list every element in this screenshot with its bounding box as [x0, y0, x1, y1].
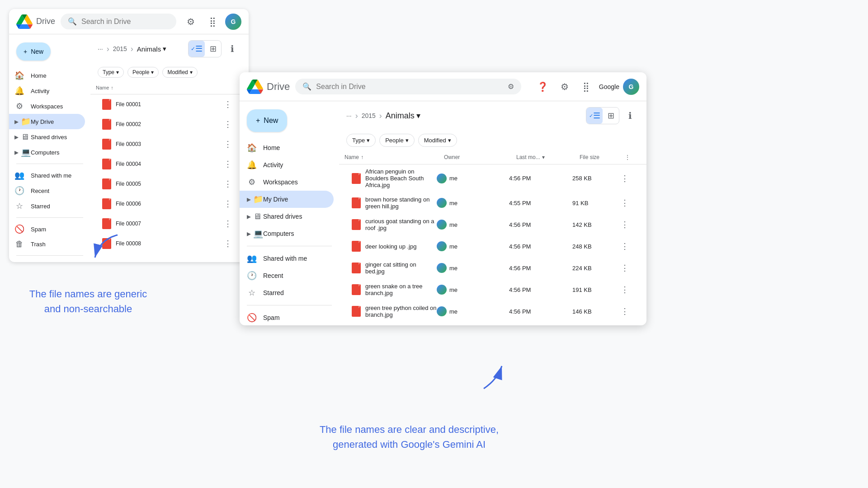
right-grid-view-btn[interactable]: ⊞: [603, 108, 619, 124]
table-row[interactable]: File 00004 ⋮: [98, 154, 241, 174]
owner-avatar: [437, 285, 447, 295]
left-sidebar-storage[interactable]: ☁ Storage: [9, 259, 85, 262]
file-more-btn[interactable]: ⋮: [221, 117, 235, 131]
left-sidebar-starred[interactable]: ☆ Starred: [9, 198, 85, 214]
right-search-filter-icon[interactable]: ⚙: [508, 82, 514, 91]
left-bc-folder[interactable]: Animals ▾: [137, 45, 166, 53]
left-new-button[interactable]: + New: [16, 42, 51, 61]
table-row[interactable]: File 00005 ⋮: [98, 174, 241, 194]
left-search-input[interactable]: [81, 18, 169, 26]
right-new-label: New: [264, 117, 278, 125]
right-people-filter[interactable]: People ▾: [379, 134, 414, 147]
right-col-modified[interactable]: Last mo... ▾: [516, 154, 580, 160]
file-more-btn[interactable]: ⋮: [221, 97, 235, 112]
table-row[interactable]: curious goat standing on a roof .jpg me …: [346, 214, 639, 235]
right-bc-parent[interactable]: 2015: [362, 112, 376, 119]
left-type-filter[interactable]: Type ▾: [98, 67, 124, 78]
right-sidebar-spam[interactable]: 🚫 Spam: [240, 309, 334, 325]
table-row[interactable]: File 00006 ⋮: [98, 194, 241, 214]
left-people-filter[interactable]: People ▾: [127, 67, 159, 78]
file-more-btn[interactable]: ⋮: [221, 236, 235, 251]
right-bc-folder[interactable]: Animals ▾: [386, 111, 420, 121]
right-settings-icon[interactable]: ⚙: [556, 78, 574, 96]
drive-logo-right: [247, 79, 263, 95]
left-sidebar-trash[interactable]: 🗑 Trash: [9, 237, 85, 252]
file-more-btn[interactable]: ⋮: [618, 282, 632, 297]
table-row[interactable]: File 00001 ⋮: [98, 94, 241, 114]
left-sidebar-mydrive[interactable]: ▸ 📁 My Drive: [9, 114, 85, 129]
table-row[interactable]: brown horse standing on green hill.jpg m…: [346, 192, 639, 214]
right-activity-label: Activity: [263, 161, 283, 169]
left-sidebar-shareddrives[interactable]: ▸ 🖥 Shared drives: [9, 129, 85, 145]
right-sidebar-computers[interactable]: ▸ 💻 Computers: [240, 225, 334, 242]
right-apps-icon[interactable]: ⣿: [577, 78, 595, 96]
right-new-button[interactable]: + New: [247, 109, 287, 132]
right-sidebar-home[interactable]: 🏠 Home: [240, 139, 334, 156]
right-avatar[interactable]: G: [623, 79, 639, 95]
left-sidebar-computers[interactable]: ▸ 💻 Computers: [9, 145, 85, 160]
table-row[interactable]: ginger cat sitting on bed.jpg me 4:56 PM…: [346, 257, 639, 279]
shareddrives-icon-left: ▸ 🖥: [14, 132, 24, 142]
left-modified-filter[interactable]: Modified ▾: [162, 67, 197, 78]
right-sidebar-starred[interactable]: ☆ Starred: [240, 284, 334, 301]
file-more-btn[interactable]: ⋮: [618, 217, 632, 232]
table-row[interactable]: green tree python coiled on branch.jpg m…: [346, 300, 639, 322]
right-search-bar[interactable]: 🔍 ⚙: [295, 79, 521, 94]
file-more-btn[interactable]: ⋮: [221, 137, 235, 151]
left-sidebar-recent[interactable]: 🕐 Recent: [9, 183, 85, 198]
file-more-btn[interactable]: ⋮: [618, 171, 632, 186]
file-more-btn[interactable]: ⋮: [618, 304, 632, 319]
left-apps-icon[interactable]: ⣿: [203, 13, 222, 31]
right-bc-dots[interactable]: ···: [346, 112, 352, 119]
owner-name: me: [449, 200, 458, 206]
spam-icon-left: 🚫: [14, 224, 24, 234]
file-more-btn[interactable]: ⋮: [618, 196, 632, 210]
file-more-btn[interactable]: ⋮: [221, 216, 235, 231]
right-sidebar-mydrive[interactable]: ▸ 📁 My Drive: [240, 191, 334, 208]
annotation-left: The file names are genericand non-search…: [9, 286, 167, 316]
table-row[interactable]: File 00002 ⋮: [98, 114, 241, 134]
left-sidebar-activity[interactable]: 🔔 Activity: [9, 83, 85, 99]
right-sidebar-workspaces[interactable]: ⚙ Workspaces: [240, 174, 334, 191]
file-icon: [352, 263, 361, 273]
right-col-name[interactable]: Name ↑: [344, 154, 444, 160]
left-sidebar-spam[interactable]: 🚫 Spam: [9, 221, 85, 237]
right-sidebar-shareddrives[interactable]: ▸ 🖥 Shared drives: [240, 208, 334, 225]
table-row[interactable]: File 00003 ⋮: [98, 134, 241, 154]
table-row[interactable]: green snake on a tree branch.jpg me 4:56…: [346, 279, 639, 300]
right-list-view-btn[interactable]: ✓ ☰: [586, 108, 603, 124]
right-sidebar-sharedwithme[interactable]: 👥 Shared with me: [240, 250, 334, 267]
left-avatar[interactable]: G: [225, 14, 241, 30]
right-modified-filter[interactable]: Modified ▾: [418, 134, 457, 147]
left-info-btn[interactable]: ℹ: [223, 40, 241, 58]
left-layout: + New 🏠 Home 🔔 Activity ⚙ Workspaces ▸ 📁…: [9, 34, 249, 262]
file-more-btn[interactable]: ⋮: [618, 239, 632, 253]
left-bc-parent[interactable]: 2015: [113, 45, 127, 52]
right-search-input[interactable]: [316, 83, 503, 91]
file-more-btn[interactable]: ⋮: [221, 197, 235, 211]
right-help-icon[interactable]: ❓: [534, 78, 552, 96]
file-more-btn[interactable]: ⋮: [221, 177, 235, 191]
left-col-name[interactable]: Name ↑: [96, 85, 227, 90]
left-search-bar[interactable]: 🔍: [61, 14, 176, 29]
left-sidebar-workspaces[interactable]: ⚙ Workspaces: [9, 99, 85, 114]
owner-name: me: [449, 175, 458, 182]
left-settings-icon[interactable]: ⚙: [182, 13, 200, 31]
owner-avatar: [437, 198, 447, 208]
table-row[interactable]: hungry panda eating bamboo.jpg me 4:56 P…: [346, 322, 639, 325]
left-list-view-btn[interactable]: ✓ ☰: [189, 41, 205, 57]
table-row[interactable]: deer looking up .jpg me 4:56 PM 248 KB ⋮: [346, 235, 639, 257]
right-type-filter[interactable]: Type ▾: [346, 134, 376, 147]
left-grid-view-btn[interactable]: ⊞: [205, 41, 221, 57]
right-sidebar-recent[interactable]: 🕐 Recent: [240, 267, 334, 284]
file-more-btn[interactable]: ⋮: [221, 157, 235, 171]
left-sidebar-home[interactable]: 🏠 Home: [9, 68, 85, 83]
file-name: brown horse standing on green hill.jpg: [365, 196, 437, 210]
table-row[interactable]: African penguin on Boulders Beach South …: [346, 164, 639, 192]
file-more-btn[interactable]: ⋮: [618, 261, 632, 275]
right-info-btn[interactable]: ℹ: [621, 107, 639, 125]
left-sidebar-sharedwithme[interactable]: 👥 Shared with me: [9, 168, 85, 183]
file-icon: [102, 218, 111, 229]
left-bc-dots[interactable]: ···: [98, 45, 103, 52]
right-sidebar-activity[interactable]: 🔔 Activity: [240, 156, 334, 174]
